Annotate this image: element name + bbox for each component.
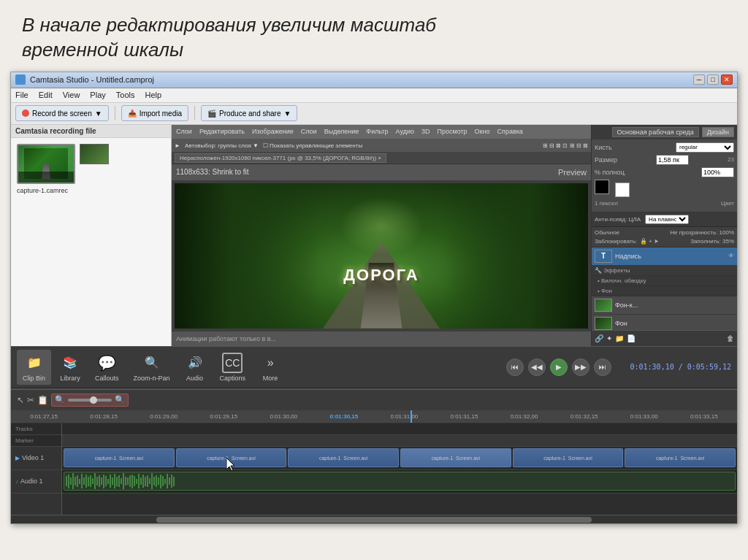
produce-button[interactable]: 🎬 Produce and share ▼	[201, 105, 297, 121]
library-icon: 📚	[60, 353, 80, 373]
effect-item-2[interactable]: • Фон	[592, 286, 737, 296]
menu-view[interactable]: View	[63, 91, 80, 99]
tab-more-label: More	[263, 375, 278, 382]
zoom-out-icon[interactable]: 🔍	[55, 396, 65, 404]
tab-clip-bin[interactable]: 📁 Clip Bin	[17, 350, 51, 385]
timeline-controls: ↖ ✂ 📋 🔍 🔍	[11, 390, 737, 410]
menu-file[interactable]: File	[15, 91, 28, 99]
audio-track-label: ♪ Audio 1	[11, 470, 61, 494]
size-input[interactable]	[656, 155, 689, 165]
zoom-control: 🔍 🔍	[51, 394, 129, 407]
tab-library[interactable]: 📚 Library	[54, 350, 86, 385]
layer-eye[interactable]: 👁	[728, 253, 734, 259]
brush-select[interactable]: regular	[676, 142, 734, 153]
slide-title: В начале редактирования увеличим масштаб…	[0, 0, 748, 72]
close-button[interactable]: ✕	[721, 74, 733, 85]
layer-thumb-bg2	[595, 317, 612, 330]
select-tool-icon[interactable]: ↖	[17, 395, 24, 405]
produce-label: Produce and share	[219, 110, 281, 118]
app-icon	[15, 74, 26, 85]
video-clip-5[interactable]: capture-1_Screen.avi	[513, 448, 624, 467]
delete-layer-icon[interactable]: 🗑	[727, 334, 734, 342]
zoom-in-icon[interactable]: 🔍	[115, 396, 125, 404]
tab-clip-bin-label: Clip Bin	[23, 375, 45, 382]
tab-zoom-n-pan[interactable]: 🔍 Zoom-n-Pan	[128, 350, 176, 385]
link-layers-icon[interactable]: 🔗	[595, 334, 603, 342]
window-title: Camtasia Studio - Untitled.camproj	[30, 75, 154, 84]
menu-play[interactable]: Play	[90, 91, 105, 99]
import-button[interactable]: 📥 Import media	[121, 105, 188, 121]
layers-controls: Обычное Не прозрачность: 100% Заблокиров…	[592, 227, 737, 248]
left-panel: Camtasia recording file capture-1.camr	[11, 125, 172, 346]
preview-overlay-text: ДОРОГА	[343, 266, 419, 285]
video-clip-6[interactable]: capture-1_Screen.avi	[625, 448, 736, 467]
ps-toolbar-top: ► Автовыбор: группы слоя ▼ ☐ Показать уп…	[172, 139, 591, 153]
maximize-button[interactable]: □	[707, 74, 719, 85]
marker-track	[62, 435, 737, 447]
main-window: Camtasia Studio - Untitled.camproj ─ □ ✕…	[10, 72, 738, 524]
tab-more[interactable]: » More	[254, 350, 286, 385]
clip-small-preview	[80, 144, 109, 164]
tab-callouts[interactable]: 💬 Callouts	[89, 350, 125, 385]
zoom-slider[interactable]	[68, 399, 112, 402]
scrollbar-thumb[interactable]	[156, 517, 592, 523]
clip-bin-icon: 📁	[24, 353, 45, 373]
toolbar-separator	[115, 106, 115, 120]
playhead	[411, 410, 412, 423]
minimize-button[interactable]: ─	[693, 74, 705, 85]
effect-item[interactable]: • Вилочн. обводку	[592, 276, 737, 286]
video-clip-1[interactable]: capture-1_Screen.avi	[64, 448, 175, 467]
layer-item-bg2[interactable]: Фон	[592, 315, 737, 330]
design-tab[interactable]: Дизайн	[702, 127, 734, 137]
record-button[interactable]: Record the screen ▼	[15, 105, 109, 121]
layer-item-bg1[interactable]: Фон-к...	[592, 296, 737, 315]
next-frame-button[interactable]: ⏭	[594, 358, 611, 376]
waveform-bars	[64, 472, 735, 490]
new-group-icon[interactable]: 📁	[615, 334, 624, 342]
tab-library-label: Library	[60, 375, 80, 382]
rewind-button[interactable]: ◀◀	[528, 358, 546, 376]
clip-item[interactable]: capture-1.camrec	[17, 144, 165, 194]
audio-icon: 🔊	[185, 353, 205, 373]
video-clip-3[interactable]: capture-1_Screen.avi	[288, 448, 399, 467]
layer-item-text[interactable]: T Надпись 👁	[592, 248, 737, 266]
foreground-color[interactable]	[595, 180, 609, 194]
prev-frame-button[interactable]: ⏮	[506, 358, 524, 376]
toolbar-separator-2	[194, 106, 195, 120]
workspace-tab[interactable]: Основная рабочая среда	[612, 127, 699, 137]
play-button[interactable]: ▶	[550, 358, 568, 376]
tracks-content: capture-1_Screen.avi capture-1_Screen.av…	[62, 423, 737, 515]
preview-bottom-text: Анимации работают только в в...	[176, 335, 276, 342]
tab-zoom-n-pan-label: Zoom-n-Pan	[134, 375, 170, 382]
tab-captions[interactable]: CC Captions	[214, 350, 252, 385]
video-clip-4[interactable]: capture-1_Screen.avi	[400, 448, 511, 467]
menu-help[interactable]: Help	[145, 91, 161, 99]
cut-tool-icon[interactable]: ✂	[27, 395, 34, 405]
layer-name-1: Фон-к...	[615, 302, 638, 309]
menu-edit[interactable]: Edit	[39, 91, 53, 99]
preview-toolbar: 1108x633: Shrink to fit Preview	[172, 164, 591, 180]
menu-bar: File Edit View Play Tools Help	[11, 88, 737, 103]
add-style-icon[interactable]: ✦	[606, 334, 612, 342]
ps-doc-tab: Нерасположен-1920x1080 пиксел-3771 (px @…	[172, 153, 591, 164]
horizontal-scrollbar[interactable]	[11, 515, 737, 523]
video-clip-2[interactable]: capture-1_Screen.avi	[176, 448, 287, 467]
produce-icon: 🎬	[207, 110, 216, 118]
ps-menubar: Слои Редактировать Изображение Слои Выде…	[172, 125, 591, 139]
copy-tool-icon[interactable]: 📋	[37, 395, 48, 405]
opacity-input[interactable]	[701, 167, 734, 177]
record-icon	[22, 110, 29, 117]
tab-audio[interactable]: 🔊 Audio	[179, 350, 211, 385]
video-track-label: ▶ Video 1	[11, 447, 61, 470]
preview-label: Preview	[558, 168, 587, 177]
title-line2: временной шкалы	[22, 39, 183, 61]
antialiasing-select[interactable]: На плавно	[645, 215, 689, 224]
bottom-tabs: 📁 Clip Bin 📚 Library 💬 Callouts 🔍 Zoom-n…	[11, 346, 737, 388]
new-layer-icon[interactable]: 📄	[627, 334, 636, 342]
forward-button[interactable]: ▶▶	[572, 358, 589, 376]
background-color[interactable]	[615, 183, 630, 197]
import-label: Import media	[140, 110, 182, 118]
current-time: 0:01:30,10	[630, 363, 674, 371]
menu-tools[interactable]: Tools	[116, 91, 135, 99]
callouts-icon: 💬	[96, 353, 117, 373]
